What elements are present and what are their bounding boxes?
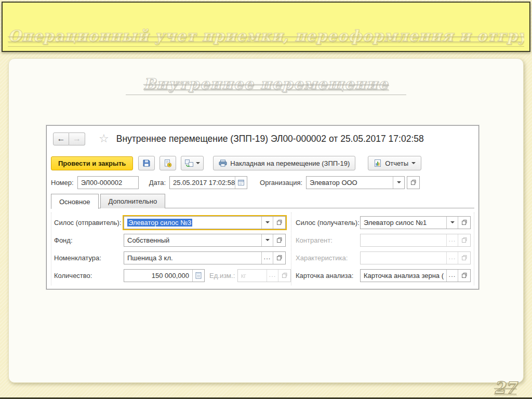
counterparty-input[interactable]: ... bbox=[360, 234, 471, 247]
counterparty-value bbox=[361, 234, 446, 246]
favorite-star-icon[interactable]: ☆ bbox=[99, 133, 109, 144]
quantity-input[interactable]: 150 000,000 bbox=[124, 269, 205, 282]
left-field-group: Силос (отправитель): Элеватор силос №3 Ф… bbox=[51, 212, 291, 285]
receiver-silo-label: Силос (получатель): bbox=[295, 219, 360, 227]
post-document-button[interactable] bbox=[159, 156, 176, 170]
document-title: Внутреннее перемещение (ЗПП-19) ЭЛ00-000… bbox=[116, 134, 424, 144]
open-form-icon bbox=[276, 255, 283, 261]
receiver-silo-value: Элеватор силос №1 bbox=[361, 217, 446, 229]
analysis-card-value: Карточка анализа зерна ( bbox=[361, 270, 446, 282]
sender-silo-value: Элеватор силос №3 bbox=[124, 217, 261, 229]
nomenclature-choose-button[interactable]: ... bbox=[261, 252, 273, 264]
number-input[interactable]: ЭЛ00-000002 bbox=[77, 176, 139, 189]
chevron-down-icon bbox=[450, 221, 455, 223]
report-icon bbox=[374, 159, 382, 167]
reports-button[interactable]: Отчеты bbox=[368, 156, 421, 170]
fund-row: Фонд: Собственный bbox=[53, 231, 291, 249]
save-button[interactable] bbox=[138, 156, 155, 170]
invoice-print-button[interactable]: Накладная на перемещение (ЗПП-19) bbox=[213, 156, 355, 170]
document-form-window: ← → ☆ Внутреннее перемещение (ЗПП-19) ЭЛ… bbox=[46, 125, 479, 289]
analysis-card-label: Карточка анализа: bbox=[295, 272, 360, 280]
calculator-button[interactable] bbox=[192, 270, 204, 282]
open-form-icon bbox=[276, 219, 283, 225]
date-label: Дата: bbox=[149, 179, 166, 187]
characteristic-input[interactable]: ... bbox=[360, 251, 471, 264]
tab-main[interactable]: Основное bbox=[51, 194, 99, 209]
post-and-close-label: Провести и закрыть bbox=[58, 159, 126, 167]
content-panel: Внутреннее перемещение ← → ☆ Внутреннее … bbox=[8, 58, 524, 383]
organization-value: Элеватор ООО bbox=[307, 177, 393, 189]
invoice-print-label: Накладная на перемещение (ЗПП-19) bbox=[230, 159, 350, 167]
sender-silo-open-button[interactable] bbox=[273, 217, 285, 229]
chevron-down-icon bbox=[397, 181, 401, 183]
receiver-silo-combobox[interactable]: Элеватор силос №1 bbox=[360, 216, 471, 229]
fund-combobox[interactable]: Собственный bbox=[124, 234, 286, 247]
tab-additional[interactable]: Дополнительно bbox=[100, 194, 166, 208]
characteristic-choose-button[interactable]: ... bbox=[446, 252, 458, 264]
reports-label: Отчеты bbox=[385, 159, 408, 167]
open-form-icon bbox=[461, 272, 468, 278]
forward-button[interactable]: → bbox=[69, 132, 85, 145]
counterparty-choose-button[interactable]: ... bbox=[446, 234, 458, 246]
chevron-down-icon bbox=[265, 221, 270, 223]
organization-combobox[interactable]: Элеватор ООО bbox=[306, 176, 405, 189]
create-based-on-button[interactable] bbox=[181, 156, 204, 170]
calendar-icon bbox=[237, 179, 245, 186]
right-field-group: Силос (получатель): Элеватор силос №1 Ко… bbox=[291, 212, 474, 285]
nomenclature-open-button[interactable] bbox=[273, 252, 285, 264]
unit-choose-button[interactable]: ... bbox=[267, 270, 278, 282]
sender-silo-row: Силос (отправитель): Элеватор силос №3 bbox=[53, 214, 291, 231]
analysis-card-choose-button[interactable]: ... bbox=[446, 270, 458, 282]
back-arrow-icon: ← bbox=[57, 134, 65, 143]
save-icon bbox=[142, 159, 151, 167]
create-based-on-icon bbox=[184, 159, 194, 167]
unit-open-button[interactable] bbox=[278, 270, 290, 282]
counterparty-label: Контрагент: bbox=[295, 236, 360, 244]
post-document-icon bbox=[164, 159, 172, 167]
nomenclature-input[interactable]: Пшеница 3 кл. ... bbox=[124, 251, 286, 264]
page-number: 27 bbox=[494, 378, 516, 397]
slide: Операционный учет приемки, переоформлени… bbox=[0, 0, 532, 399]
quantity-value: 150 000,000 bbox=[124, 270, 192, 282]
receiver-silo-dropdown-button[interactable] bbox=[446, 217, 458, 229]
analysis-card-row: Карточка анализа: Карточка анализа зерна… bbox=[295, 267, 474, 284]
fund-dropdown-button[interactable] bbox=[261, 234, 273, 246]
unit-input[interactable]: кг ... bbox=[237, 269, 291, 282]
analysis-card-open-button[interactable] bbox=[458, 270, 470, 282]
slide-title: Операционный учет приемки, переоформлени… bbox=[8, 27, 524, 47]
characteristic-value bbox=[361, 252, 446, 264]
nomenclature-value: Пшеница 3 кл. bbox=[124, 252, 261, 264]
fund-open-button[interactable] bbox=[273, 234, 285, 246]
number-label: Номер: bbox=[51, 179, 74, 187]
counterparty-open-button[interactable] bbox=[458, 234, 470, 246]
fund-label: Фонд: bbox=[53, 236, 124, 244]
forward-arrow-icon: → bbox=[73, 134, 81, 143]
printer-icon bbox=[219, 159, 227, 167]
open-form-icon bbox=[461, 219, 468, 225]
characteristic-label: Характеристика: bbox=[295, 254, 360, 262]
back-button[interactable]: ← bbox=[53, 132, 69, 145]
open-form-icon bbox=[276, 237, 283, 243]
post-and-close-button[interactable]: Провести и закрыть bbox=[51, 156, 133, 170]
sender-silo-label: Силос (отправитель): bbox=[53, 219, 124, 227]
form-title-row: ← → ☆ Внутреннее перемещение (ЗПП-19) ЭЛ… bbox=[53, 131, 424, 147]
date-input[interactable]: 25.05.2017 17:02:58 bbox=[169, 176, 247, 189]
calculator-icon bbox=[195, 272, 202, 279]
analysis-card-input[interactable]: Карточка анализа зерна ( ... bbox=[360, 269, 471, 282]
open-form-icon bbox=[461, 237, 468, 243]
sender-silo-dropdown-button[interactable] bbox=[261, 217, 273, 229]
header-fields-row: Номер: ЭЛ00-000002 Дата: 25.05.2017 17:0… bbox=[51, 176, 420, 189]
calendar-button[interactable] bbox=[235, 177, 247, 189]
receiver-silo-open-button[interactable] bbox=[458, 217, 470, 229]
characteristic-open-button[interactable] bbox=[458, 252, 470, 264]
form-tabs: Основное Дополнительно bbox=[51, 194, 474, 208]
open-form-icon bbox=[461, 255, 468, 261]
sender-silo-combobox[interactable]: Элеватор силос №3 bbox=[124, 216, 286, 229]
chevron-down-icon bbox=[265, 239, 270, 241]
fund-value: Собственный bbox=[124, 234, 261, 246]
organization-open-button[interactable] bbox=[407, 176, 420, 189]
slide-subtitle: Внутреннее перемещение bbox=[126, 75, 406, 95]
organization-label: Организация: bbox=[260, 179, 302, 187]
organization-dropdown-button[interactable] bbox=[393, 177, 404, 189]
slide-title-banner: Операционный учет приемки, переоформлени… bbox=[2, 2, 530, 52]
